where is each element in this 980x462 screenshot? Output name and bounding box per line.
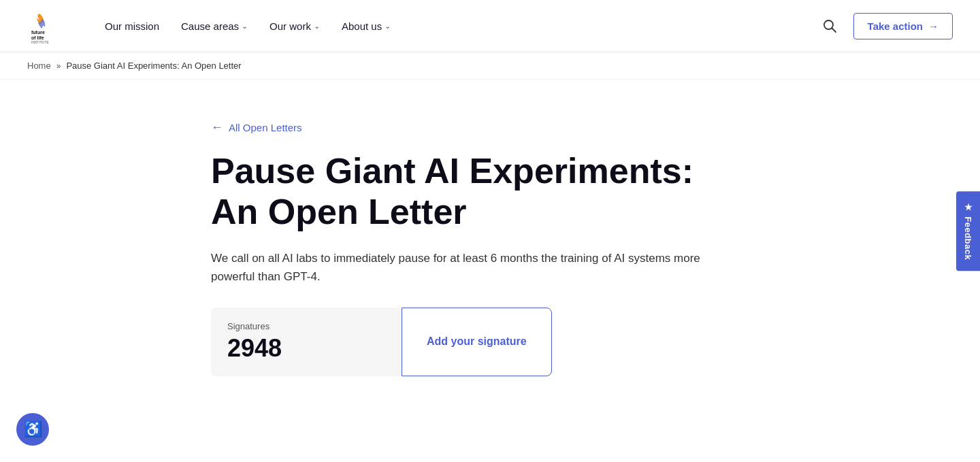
svg-line-5 (832, 29, 836, 33)
page-subtitle: We call on all AI labs to immediately pa… (211, 249, 742, 286)
nav-item-cause-areas[interactable]: Cause areas ⌄ (173, 15, 256, 37)
header-left: future of life INSTITUTE Our mission Cau… (27, 8, 399, 44)
nav-item-about-us[interactable]: About us ⌄ (333, 15, 399, 37)
main-content: ← All Open Letters Pause Giant AI Experi… (184, 80, 796, 431)
arrow-right-icon: → (928, 20, 938, 32)
site-header: future of life INSTITUTE Our mission Cau… (0, 0, 980, 52)
accessibility-button[interactable]: ♿ (16, 413, 49, 431)
breadcrumb-home-link[interactable]: Home (27, 61, 51, 71)
signatures-action-row: Signatures 2948 Add your signature (211, 308, 769, 376)
svg-text:future: future (31, 30, 45, 35)
nav-item-our-work[interactable]: Our work ⌄ (261, 15, 328, 37)
breadcrumb-current-page: Pause Giant AI Experiments: An Open Lett… (66, 61, 241, 71)
chevron-down-icon: ⌄ (314, 22, 320, 31)
star-icon: ★ (963, 202, 973, 213)
search-button[interactable] (817, 13, 843, 39)
take-action-button[interactable]: Take action → (853, 13, 953, 39)
accessibility-icon: ♿ (24, 420, 42, 431)
chevron-down-icon: ⌄ (385, 22, 391, 31)
arrow-left-icon: ← (211, 120, 223, 135)
page-title: Pause Giant AI Experiments: An Open Lett… (211, 151, 721, 233)
breadcrumb-separator: » (56, 61, 61, 71)
breadcrumb: Home » Pause Giant AI Experiments: An Op… (0, 52, 980, 80)
main-nav: Our mission Cause areas ⌄ Our work ⌄ Abo… (97, 15, 399, 37)
nav-item-our-mission[interactable]: Our mission (97, 15, 167, 37)
signatures-box: Signatures 2948 (211, 308, 402, 376)
svg-text:INSTITUTE: INSTITUTE (31, 40, 49, 44)
logo-svg: future of life INSTITUTE (27, 8, 75, 44)
signatures-label: Signatures (227, 321, 374, 331)
add-signature-button[interactable]: Add your signature (402, 308, 552, 376)
logo-link[interactable]: future of life INSTITUTE (27, 8, 75, 44)
header-right: Take action → (817, 13, 953, 39)
search-icon (822, 18, 837, 33)
feedback-tab[interactable]: ★ Feedback (956, 191, 980, 271)
back-to-open-letters-link[interactable]: ← All Open Letters (211, 120, 769, 135)
svg-text:of life: of life (31, 35, 44, 40)
chevron-down-icon: ⌄ (242, 22, 248, 31)
signatures-count: 2948 (227, 334, 374, 363)
